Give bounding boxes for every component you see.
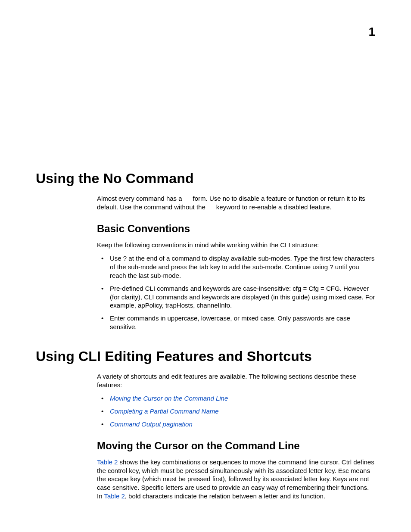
no-command-body: Almost every command has a form. Use no … [97, 194, 375, 331]
page-content: Using the No Command Almost every comman… [36, 171, 375, 501]
page-container: 1 Using the No Command Almost every comm… [0, 0, 411, 532]
no-command-paragraph: Almost every command has a form. Use no … [97, 194, 375, 212]
moving-cursor-text-2: , bold characters indicate the relation … [125, 492, 325, 500]
list-item: Pre-defined CLI commands and keywords ar… [110, 284, 375, 310]
moving-cursor-paragraph: Table 2 shows the key combinations or se… [97, 458, 375, 501]
heading-basic-conventions: Basic Conventions [97, 223, 375, 235]
link-completing-partial[interactable]: Completing a Partial Command Name [110, 408, 219, 415]
heading-moving-cursor: Moving the Cursor on the Command Line [97, 440, 375, 452]
cli-features-intro: A variety of shortcuts and edit features… [97, 372, 375, 389]
link-command-output-pagination[interactable]: Command Output pagination [110, 420, 193, 428]
link-moving-cursor[interactable]: Moving the Cursor on the Command Line [110, 395, 228, 402]
list-item: Enter commands in uppercase, lowercase, … [110, 314, 375, 331]
cross-reference-table2[interactable]: Table 2 [97, 458, 118, 466]
heading-using-no-command: Using the No Command [36, 171, 375, 187]
list-item: Moving the Cursor on the Command Line [110, 394, 375, 403]
basic-conventions-list: Use ? at the end of a command to display… [97, 254, 375, 331]
page-number: 1 [368, 25, 375, 39]
list-item: Command Output pagination [110, 420, 375, 429]
heading-cli-editing-features: Using CLI Editing Features and Shortcuts [36, 348, 375, 364]
list-item: Completing a Partial Command Name [110, 407, 375, 416]
basic-conventions-intro: Keep the following conventions in mind w… [97, 241, 375, 249]
list-item: Use ? at the end of a command to display… [110, 254, 375, 280]
cli-features-body: A variety of shortcuts and edit features… [97, 372, 375, 501]
cli-features-links: Moving the Cursor on the Command Line Co… [97, 394, 375, 428]
cross-reference-table2-b[interactable]: Table 2 [104, 492, 125, 500]
